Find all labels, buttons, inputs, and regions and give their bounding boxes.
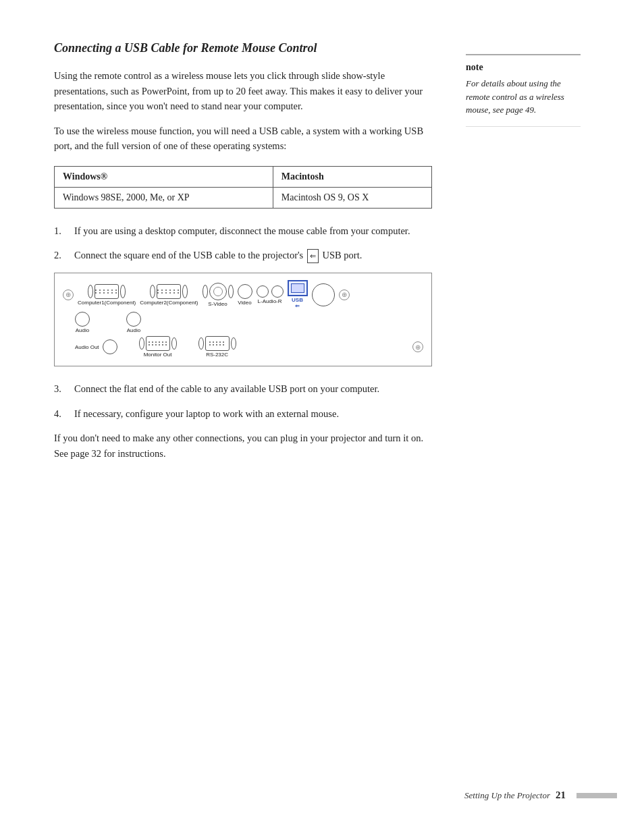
table-cell-windows: Windows 98SE, 2000, Me, or XP	[55, 187, 273, 208]
intro-paragraph-1: Using the remote control as a wireless m…	[54, 68, 432, 113]
sidebar-note: note For details about using the remote …	[466, 54, 581, 127]
footer-right: Setting Up the Projector 21	[464, 790, 617, 801]
audio-out-label-text: Audio Out	[75, 344, 99, 350]
steps-list-2: 3. Connect the flat end of the cable to …	[54, 381, 432, 421]
computer2-label: Computer2(Component)	[140, 300, 198, 306]
compatibility-table: Windows® Macintosh Windows 98SE, 2000, M…	[54, 166, 432, 209]
main-content: Connecting a USB Cable for Remote Mouse …	[0, 40, 459, 788]
usb-icon: ⇐	[307, 249, 319, 263]
projector-diagram: ⊕ Computer1(Component)	[54, 273, 432, 366]
step-text-3: Connect the flat end of the cable to any…	[74, 381, 432, 396]
footer-page-number: 21	[556, 790, 566, 801]
list-item: 2. Connect the square end of the USB cab…	[54, 248, 432, 263]
screw-right-bottom: ⊕	[412, 341, 423, 352]
large-circle	[312, 283, 335, 306]
table-header-windows: Windows®	[55, 166, 273, 187]
svideo-port-area: S-Video	[203, 283, 234, 307]
laudio-r-port: L-Audio-R	[257, 285, 284, 304]
intro-paragraph-2: To use the wireless mouse function, you …	[54, 123, 432, 154]
svideo-circle	[209, 283, 227, 300]
audio1-label: Audio	[76, 327, 89, 333]
diagram-top-row: ⊕ Computer1(Component)	[63, 280, 423, 309]
list-item: 4. If necessary, configure your laptop t…	[54, 406, 432, 421]
laudio-circles	[257, 285, 284, 298]
monitor-out-label: Monitor Out	[144, 352, 172, 358]
svideo-label: S-Video	[208, 301, 227, 307]
audio2-group: Audio	[126, 312, 141, 333]
usb-port-rect	[288, 280, 308, 296]
audio1-circle	[75, 312, 90, 327]
usb-label: USB⇐	[292, 297, 303, 309]
closing-paragraph: If you don't need to make any other conn…	[54, 431, 432, 461]
computer1-db	[95, 284, 119, 299]
audio2-circle	[126, 312, 141, 327]
screw-right-top: ⊕	[339, 289, 350, 300]
table-cell-mac: Macintosh OS 9, OS X	[273, 187, 431, 208]
sidebar-note-title: note	[466, 62, 581, 73]
computer2-port: Computer2(Component)	[140, 284, 198, 306]
diagram-bottom-row: Audio Out	[75, 336, 423, 358]
step-text-2: Connect the square end of the USB cable …	[74, 248, 432, 263]
video-port: Video	[238, 284, 252, 306]
monitor-out-port: Monitor Out	[139, 336, 177, 358]
video-label: Video	[238, 300, 251, 306]
computer2-db	[157, 284, 181, 299]
screw-left-top: ⊕	[63, 289, 74, 300]
rs232c-db	[205, 336, 230, 351]
list-item: 1. If you are using a desktop computer, …	[54, 223, 432, 238]
audio1-group: Audio	[75, 312, 90, 333]
sidebar: note For details about using the remote …	[459, 40, 601, 788]
page-container: Connecting a USB Cable for Remote Mouse …	[0, 0, 644, 828]
list-item: 3. Connect the flat end of the cable to …	[54, 381, 432, 396]
footer-bar	[576, 793, 617, 798]
steps-list: 1. If you are using a desktop computer, …	[54, 223, 432, 264]
step-text-1: If you are using a desktop computer, dis…	[74, 223, 432, 238]
video-circle	[238, 284, 252, 299]
section-title: Connecting a USB Cable for Remote Mouse …	[54, 40, 432, 56]
computer1-label: Computer1(Component)	[78, 300, 136, 306]
table-header-mac: Macintosh	[273, 166, 431, 187]
computer1-port: Computer1(Component)	[78, 284, 136, 306]
large-circle-port	[312, 283, 335, 306]
step-number-3: 3.	[54, 381, 74, 396]
step-number-1: 1.	[54, 223, 74, 238]
rs232c-port: RS-232C	[198, 336, 236, 358]
monitor-out-db	[146, 336, 170, 351]
rs232c-label: RS-232C	[206, 352, 228, 358]
step-text-4: If necessary, configure your laptop to w…	[74, 406, 432, 421]
diagram-middle-row: Audio Audio	[75, 312, 423, 333]
footer-label: Setting Up the Projector	[464, 790, 550, 801]
audio-out-circle	[103, 339, 117, 354]
table-row: Windows 98SE, 2000, Me, or XP Macintosh …	[55, 187, 432, 208]
usb-port-group: USB⇐	[288, 280, 308, 309]
step-number-2: 2.	[54, 248, 74, 263]
audio-out-port: Audio Out	[75, 339, 117, 354]
sidebar-note-text: For details about using the remote contr…	[466, 77, 581, 117]
audio2-label: Audio	[127, 327, 140, 333]
page-footer: Setting Up the Projector 21	[0, 790, 644, 801]
laudio-label: L-Audio-R	[258, 298, 282, 304]
step-number-4: 4.	[54, 406, 74, 421]
